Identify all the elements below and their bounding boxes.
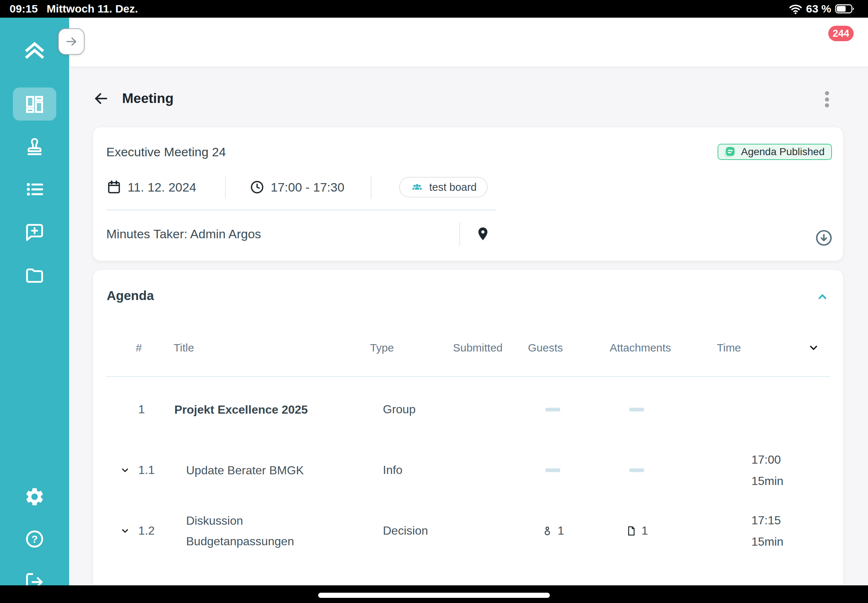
- chevron-down-icon: [806, 341, 820, 355]
- meeting-meta-row: 11. 12. 2024 17:00 - 17:30 test board: [93, 175, 843, 199]
- chevron-down-icon[interactable]: [119, 525, 131, 537]
- location-pin-icon[interactable]: [475, 226, 491, 242]
- time-duration: 15min: [751, 531, 783, 552]
- sidebar-item-documents[interactable]: [0, 265, 69, 286]
- guests-count-label: 1: [558, 524, 564, 538]
- agenda-row[interactable]: 1Projekt Excellence 2025Group: [107, 379, 830, 440]
- agenda-item-title: Projekt Excellence 2025: [174, 379, 333, 440]
- row-expand-button[interactable]: [119, 440, 131, 500]
- sidebar-item-agenda-list[interactable]: [0, 179, 69, 200]
- dashboard-icon: [24, 94, 45, 115]
- meeting-date: 11. 12. 2024: [106, 175, 196, 199]
- divider: [371, 175, 371, 199]
- wifi-icon: [789, 2, 803, 16]
- empty-dash: [545, 468, 560, 472]
- svg-text:?: ?: [32, 533, 38, 545]
- status-time: 09:15: [9, 3, 38, 15]
- clock-icon: [249, 179, 265, 195]
- battery-percent: 63 %: [806, 3, 831, 15]
- battery-icon: [835, 3, 856, 15]
- agenda-published-label: Agenda Published: [741, 146, 825, 158]
- agenda-item-type: Decision: [383, 500, 428, 561]
- sidebar-item-approvals[interactable]: [0, 136, 69, 158]
- back-button[interactable]: [93, 90, 110, 107]
- top-header: [69, 18, 868, 67]
- divider: [106, 376, 831, 377]
- agenda-card: Agenda # Title Type Submitted Guests Att…: [93, 269, 843, 603]
- time-duration: 15min: [751, 470, 783, 492]
- chevron-down-icon[interactable]: [119, 464, 131, 476]
- column-header-attachments: Attachments: [610, 331, 671, 364]
- agenda-collapse-button[interactable]: [815, 289, 830, 304]
- table-collapse-button[interactable]: [806, 331, 820, 364]
- agenda-section-title: Agenda: [107, 288, 154, 303]
- meeting-date-label: 11. 12. 2024: [128, 180, 196, 195]
- agenda-row[interactable]: 1.2Diskussion BudgetanpassungenDecision1…: [107, 500, 830, 561]
- agenda-item-title: Diskussion Budgetanpassungen: [186, 500, 344, 561]
- attachments-count: 1: [625, 500, 648, 561]
- sidebar: ?: [0, 18, 69, 603]
- column-header-submitted: Submitted: [453, 331, 503, 364]
- row-expand-button[interactable]: [119, 500, 131, 561]
- board-chip-label: test board: [429, 181, 477, 193]
- minutes-taker: Minutes Taker: Admin Argos: [106, 222, 261, 246]
- guests-empty: [545, 379, 560, 440]
- folder-icon: [24, 265, 45, 286]
- download-button[interactable]: [815, 229, 833, 247]
- time-start: 17:00: [751, 449, 781, 470]
- status-date: Mittwoch 11. Dez.: [47, 3, 138, 15]
- help-icon: ?: [24, 528, 45, 550]
- people-group-icon: [410, 180, 424, 194]
- download-icon: [815, 229, 833, 247]
- column-header-num: #: [136, 331, 142, 364]
- home-indicator[interactable]: [318, 593, 550, 598]
- sidebar-expand-button[interactable]: [58, 28, 85, 55]
- column-header-guests: Guests: [528, 331, 563, 364]
- empty-dash: [629, 468, 644, 472]
- column-header-title: Title: [173, 331, 194, 364]
- agenda-rows: 1Projekt Excellence 2025Group1.1Update B…: [107, 379, 830, 603]
- sidebar-item-settings[interactable]: [0, 486, 69, 507]
- agenda-row[interactable]: 1.1Update Berater BMGKInfo17:0015min: [107, 440, 830, 500]
- arrow-right-icon: [64, 34, 78, 48]
- attachments-empty: [629, 440, 644, 500]
- meeting-card: Executive Meeting 24 Agenda Published 11…: [93, 127, 843, 261]
- calendar-icon: [106, 179, 122, 195]
- board-chip[interactable]: test board: [399, 177, 488, 198]
- page-title: Meeting: [122, 91, 173, 106]
- meeting-time: 17:00 - 17:30: [249, 175, 344, 199]
- agenda-item-title: Update Berater BMGK: [186, 440, 344, 500]
- sidebar-item-dashboard[interactable]: [0, 94, 69, 115]
- divider: [106, 210, 495, 210]
- meeting-menu-button[interactable]: [821, 90, 832, 108]
- attachments-empty: [629, 379, 644, 440]
- status-bar: 09:15 Mittwoch 11. Dez. 63 %: [0, 0, 868, 18]
- sidebar-item-comments[interactable]: [0, 221, 69, 243]
- chevron-up-icon: [815, 289, 830, 304]
- time-start: 17:15: [751, 510, 781, 531]
- agenda-item-number: 1.2: [138, 500, 155, 561]
- empty-dash: [629, 408, 644, 411]
- gear-icon: [24, 486, 45, 507]
- column-header-type: Type: [370, 331, 394, 364]
- meeting-time-label: 17:00 - 17:30: [271, 180, 344, 195]
- agenda-item-time: 17:1515min: [751, 500, 783, 561]
- agenda-item-time: 17:0015min: [751, 440, 783, 500]
- bottom-bar: [0, 585, 868, 603]
- attachment-doc-icon: [625, 525, 637, 537]
- empty-dash: [545, 408, 560, 411]
- agenda-published-badge: Agenda Published: [718, 144, 832, 160]
- attachments-count-label: 1: [641, 524, 648, 538]
- agenda-item-number: 1: [138, 379, 145, 440]
- agenda-item-number: 1.1: [138, 440, 155, 500]
- guest-icon: [542, 525, 553, 537]
- agenda-item-type: Info: [383, 440, 402, 500]
- sidebar-item-help[interactable]: ?: [0, 528, 69, 550]
- divider: [225, 175, 226, 199]
- column-header-time: Time: [717, 331, 741, 364]
- comment-plus-icon: [24, 221, 45, 243]
- agenda-status-icon: [722, 144, 737, 159]
- meeting-title: Executive Meeting 24: [106, 145, 226, 159]
- guests-count: 1: [542, 500, 564, 561]
- agenda-table-header: # Title Type Submitted Guests Attachment…: [107, 331, 830, 364]
